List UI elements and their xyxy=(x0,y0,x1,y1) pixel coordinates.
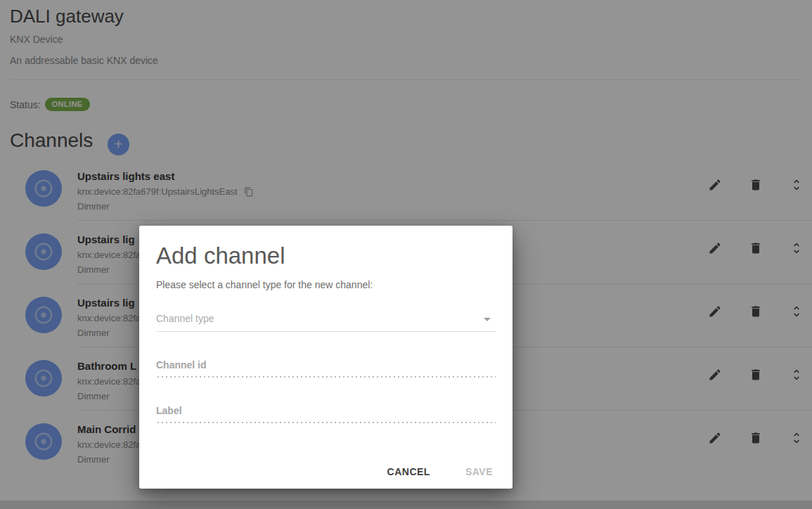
dialog-message: Please select a channel type for the new… xyxy=(156,279,373,290)
dialog-title: Add channel xyxy=(156,243,285,269)
dropdown-caret-icon xyxy=(484,318,491,321)
cancel-button[interactable]: CANCEL xyxy=(378,459,440,484)
add-channel-dialog: Add channel Please select a channel type… xyxy=(139,226,513,489)
label-underline xyxy=(156,422,496,423)
label-input[interactable] xyxy=(156,405,496,420)
dialog-actions: CANCEL SAVE xyxy=(378,459,503,484)
label-field xyxy=(156,404,496,420)
channel-id-input[interactable] xyxy=(156,359,496,375)
save-button[interactable]: SAVE xyxy=(456,459,503,484)
channel-id-underline xyxy=(156,376,496,378)
channel-type-select[interactable]: Channel type xyxy=(156,313,496,332)
channel-id-field xyxy=(156,359,496,375)
channel-type-placeholder: Channel type xyxy=(156,313,214,324)
